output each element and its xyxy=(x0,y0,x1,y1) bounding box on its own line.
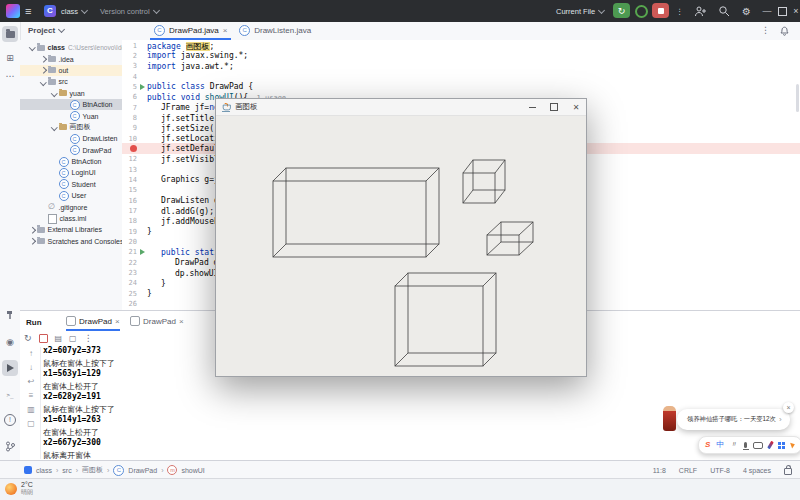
tree-item-External Libraries[interactable]: External Libraries xyxy=(20,224,122,235)
project-panel-header[interactable]: Project xyxy=(28,26,64,35)
tree-item-DrawListen[interactable]: CDrawListen xyxy=(20,133,122,144)
intellij-logo-icon[interactable] xyxy=(6,4,20,18)
ime-mic-icon[interactable] xyxy=(744,442,747,448)
chevron-right-icon[interactable] xyxy=(29,227,35,233)
tree-item-画图板[interactable]: 画图板 xyxy=(20,122,122,133)
code-line-5[interactable]: 5public class DrawPad { xyxy=(122,81,800,91)
tree-item-class[interactable]: classC:\Users\lenovo\Ide xyxy=(20,42,122,53)
dump-icon[interactable]: ▤ xyxy=(55,334,63,343)
vcs-widget[interactable]: Version control xyxy=(100,0,159,22)
tool-project-button[interactable] xyxy=(2,26,18,42)
tree-item-BtnAction[interactable]: CBtnAction xyxy=(20,156,122,167)
toast-close-button[interactable]: × xyxy=(783,402,794,413)
down-stack-trace-icon[interactable]: ↓ xyxy=(29,363,33,372)
breakpoint-icon[interactable] xyxy=(130,145,137,152)
more-run-options[interactable]: ⋮ xyxy=(676,0,684,22)
maximize-button[interactable] xyxy=(775,0,789,22)
tree-item-.idea[interactable]: .idea xyxy=(20,53,122,64)
tool-structure-button[interactable]: ⊞ xyxy=(2,50,18,66)
minimize-button[interactable]: — xyxy=(760,0,774,22)
main-menu-icon[interactable]: ≡ xyxy=(25,0,31,22)
tree-item-Yuan[interactable]: CYuan xyxy=(20,110,122,121)
notifications-button[interactable] xyxy=(779,25,790,36)
run-config-selector[interactable]: Current File xyxy=(556,0,604,22)
breadcrumb-item-画图板[interactable]: 画图板 xyxy=(82,465,103,475)
tool-run-button[interactable] xyxy=(2,360,18,376)
tree-item-Student[interactable]: CStudent xyxy=(20,179,122,190)
tool-terminal-button[interactable]: >_ xyxy=(2,386,18,402)
drawpad-window[interactable]: 画图板 ✕ xyxy=(215,98,587,377)
drawpad-close-button[interactable]: ✕ xyxy=(566,99,586,115)
tree-item-src[interactable]: src xyxy=(20,76,122,87)
up-stack-trace-icon[interactable]: ↑ xyxy=(29,349,33,358)
print-icon[interactable]: ▥ xyxy=(27,405,35,414)
tree-item-yuan[interactable]: yuan xyxy=(20,88,122,99)
rerun-console-icon[interactable]: ↻ xyxy=(24,333,32,343)
editor-tab-DrawPad.java[interactable]: CDrawPad.java× xyxy=(148,22,233,39)
tree-item-DrawPad[interactable]: CDrawPad xyxy=(20,145,122,156)
ime-toolbox-icon[interactable] xyxy=(778,442,785,449)
tool-git-button[interactable] xyxy=(2,438,18,454)
drawpad-minimize-button[interactable] xyxy=(522,99,542,115)
breadcrumb-item-showUI[interactable]: showUI xyxy=(181,467,204,474)
close-button[interactable]: × xyxy=(789,0,800,22)
file-encoding[interactable]: UTF-8 xyxy=(710,467,730,474)
stop-console-icon[interactable] xyxy=(39,334,48,343)
run-tab-1[interactable]: DrawPad× xyxy=(130,313,184,329)
tool-services-button[interactable]: ◉ xyxy=(2,334,18,350)
settings-button[interactable]: ⚙ xyxy=(742,0,751,22)
ime-punctuation-icon[interactable]: 〃 xyxy=(730,441,738,449)
tree-item-Scratches and Consoles[interactable]: Scratches and Consoles xyxy=(20,236,122,247)
ime-language-icon[interactable]: 中 xyxy=(716,441,724,449)
rerun-button[interactable]: ↻ xyxy=(613,3,630,18)
chevron-right-icon[interactable] xyxy=(40,67,46,73)
sogou-logo-icon[interactable]: S xyxy=(705,441,710,449)
editor-tab-DrawListen.java[interactable]: CDrawListen.java xyxy=(233,22,317,39)
editor-tab-options[interactable]: ⋮ xyxy=(761,25,770,35)
chevron-down-icon[interactable] xyxy=(29,45,35,51)
breadcrumb-item-class[interactable]: class xyxy=(36,467,52,474)
debug-button[interactable] xyxy=(635,0,648,22)
breadcrumb-item-src[interactable]: src xyxy=(62,467,71,474)
breadcrumb-item-DrawPad[interactable]: DrawPad xyxy=(128,467,157,474)
console-more-icon[interactable]: ⋮ xyxy=(84,333,93,343)
notification-toast[interactable]: 领养神仙搭子哪吒：一天变12次 › xyxy=(677,409,790,430)
run-gutter-icon[interactable] xyxy=(140,249,145,255)
tree-item-.gitignore[interactable]: ∅.gitignore xyxy=(20,201,122,212)
tab-close-icon[interactable]: × xyxy=(223,26,228,35)
scroll-to-end-icon[interactable]: ≡ xyxy=(29,391,34,400)
run-tab-close-icon[interactable]: × xyxy=(179,317,184,326)
run-tab-0[interactable]: DrawPad× xyxy=(66,313,120,329)
code-line-2[interactable]: 2import javax.swing.*; xyxy=(122,50,800,60)
project-widget[interactable]: C class xyxy=(44,0,87,22)
tree-item-out[interactable]: out xyxy=(20,65,122,76)
stop-button[interactable] xyxy=(652,3,669,18)
tree-item-BtnAction[interactable]: CBtnAction xyxy=(20,99,122,110)
lock-icon[interactable] xyxy=(784,468,792,475)
editor-scrollbar[interactable] xyxy=(796,84,799,112)
code-with-me-button[interactable] xyxy=(694,0,707,22)
tree-item-User[interactable]: CUser xyxy=(20,190,122,201)
indent-setting[interactable]: 4 spaces xyxy=(743,467,771,474)
tree-item-class.iml[interactable]: class.iml xyxy=(20,213,122,224)
tool-more-button[interactable]: ⋯ xyxy=(2,68,18,84)
tool-problems-button[interactable]: ! xyxy=(2,412,18,428)
run-tab-close-icon[interactable]: × xyxy=(115,317,120,326)
restore-layout-icon[interactable]: ▢ xyxy=(69,334,77,343)
chevron-down-icon[interactable] xyxy=(51,124,57,130)
code-line-4[interactable]: 4 xyxy=(122,71,800,81)
chevron-down-icon[interactable] xyxy=(40,79,46,85)
tree-item-LoginUI[interactable]: CLoginUI xyxy=(20,167,122,178)
soft-wrap-icon[interactable]: ↩ xyxy=(28,377,35,386)
caret-position[interactable]: 11:8 xyxy=(653,467,666,474)
search-everywhere-button[interactable] xyxy=(718,0,730,22)
clear-console-icon[interactable]: ▢ xyxy=(27,419,35,428)
drawpad-canvas[interactable] xyxy=(216,115,586,376)
drawpad-title-bar[interactable]: 画图板 ✕ xyxy=(216,99,586,116)
code-line-1[interactable]: 1package 画图板; xyxy=(122,40,800,50)
line-ending[interactable]: CRLF xyxy=(679,467,697,474)
ime-pointer-icon[interactable] xyxy=(790,441,796,448)
run-gutter-icon[interactable] xyxy=(140,84,145,90)
tool-build-button[interactable] xyxy=(2,306,18,322)
weather-widget[interactable]: 2°C 晴朗 xyxy=(5,481,33,497)
